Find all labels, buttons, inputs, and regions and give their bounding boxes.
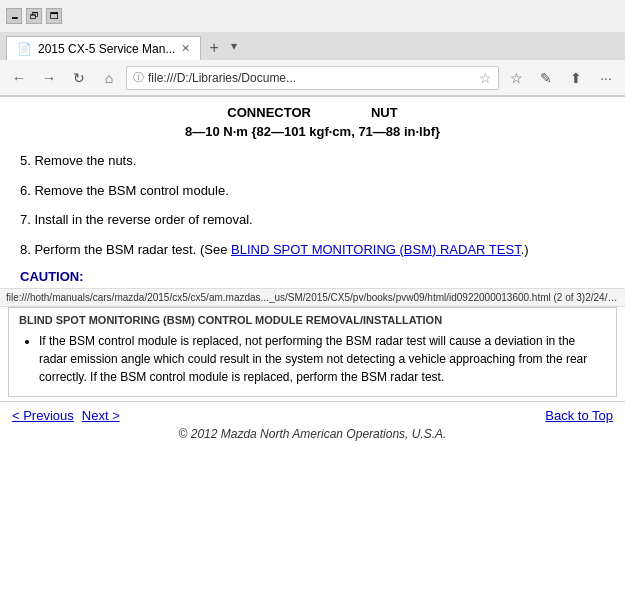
- home-button[interactable]: ⌂: [96, 65, 122, 91]
- nut-label: NUT: [371, 105, 398, 120]
- copyright: © 2012 Mazda North American Operations, …: [0, 425, 625, 445]
- reading-view-button[interactable]: ☆: [503, 65, 529, 91]
- caution-box-content: If the BSM control module is replaced, n…: [19, 332, 606, 386]
- status-bar: file:///hoth/manuals/cars/mazda/2015/cx5…: [0, 288, 625, 307]
- tab-close-button[interactable]: ✕: [181, 42, 190, 55]
- browser-chrome: 🗕 🗗 🗖 📄 2015 CX-5 Service Man... ✕ + ▾ ←…: [0, 0, 625, 97]
- step-7: 7. Install in the reverse order of remov…: [20, 210, 605, 230]
- step-8-text-after: .): [521, 242, 529, 257]
- restore-button[interactable]: 🗗: [26, 8, 42, 24]
- caution-item-1: If the BSM control module is replaced, n…: [39, 332, 606, 386]
- previous-link[interactable]: < Previous: [12, 408, 74, 423]
- page-content: CONNECTOR NUT 8—10 N·m {82—101 kgf·cm, 7…: [0, 97, 625, 445]
- maximize-button[interactable]: 🗖: [46, 8, 62, 24]
- title-bar: 🗕 🗗 🗖: [0, 0, 625, 32]
- tab-dropdown-button[interactable]: ▾: [227, 39, 241, 53]
- pen-button[interactable]: ✎: [533, 65, 559, 91]
- forward-button[interactable]: →: [36, 65, 62, 91]
- security-icon: ⓘ: [133, 70, 144, 85]
- more-button[interactable]: ···: [593, 65, 619, 91]
- step-8: 8. Perform the BSM radar test. (See BLIN…: [20, 240, 605, 260]
- caution-box-title: BLIND SPOT MONITORING (BSM) CONTROL MODU…: [19, 314, 606, 326]
- page-footer: < Previous Next > Back to Top: [0, 401, 625, 425]
- back-button[interactable]: ←: [6, 65, 32, 91]
- window-controls: 🗕 🗗 🗖: [6, 8, 62, 24]
- address-bar[interactable]: ⓘ file:///D:/Libraries/Docume... ☆: [126, 66, 499, 90]
- step-8-text: 8. Perform the BSM radar test. (See: [20, 242, 231, 257]
- step-6-text: 6. Remove the BSM control module.: [20, 183, 229, 198]
- torque-spec: 8—10 N·m {82—101 kgf·cm, 71—88 in·lbf}: [20, 124, 605, 139]
- active-tab[interactable]: 📄 2015 CX-5 Service Man... ✕: [6, 36, 201, 60]
- connector-label: CONNECTOR: [227, 105, 311, 120]
- tab-title: 2015 CX-5 Service Man...: [38, 42, 175, 56]
- next-link[interactable]: Next >: [82, 408, 120, 423]
- minimize-button[interactable]: 🗕: [6, 8, 22, 24]
- back-to-top-link[interactable]: Back to Top: [545, 408, 613, 423]
- step-6: 6. Remove the BSM control module.: [20, 181, 605, 201]
- tab-bar: 📄 2015 CX-5 Service Man... ✕ + ▾: [0, 32, 625, 60]
- tab-favicon: 📄: [17, 42, 32, 56]
- bsm-radar-test-link[interactable]: BLIND SPOT MONITORING (BSM) RADAR TEST: [231, 242, 521, 257]
- caution-list: If the BSM control module is replaced, n…: [39, 332, 606, 386]
- caution-box: BLIND SPOT MONITORING (BSM) CONTROL MODU…: [8, 307, 617, 397]
- nav-links: < Previous Next >: [12, 408, 120, 423]
- header-row: CONNECTOR NUT: [20, 105, 605, 120]
- new-tab-button[interactable]: +: [201, 36, 226, 60]
- step-7-text: 7. Install in the reverse order of remov…: [20, 212, 253, 227]
- step-5: 5. Remove the nuts.: [20, 151, 605, 171]
- share-button[interactable]: ⬆: [563, 65, 589, 91]
- steps-list: 5. Remove the nuts. 6. Remove the BSM co…: [20, 151, 605, 259]
- caution-label: CAUTION:: [20, 269, 605, 284]
- reload-button[interactable]: ↻: [66, 65, 92, 91]
- address-text: file:///D:/Libraries/Docume...: [148, 71, 475, 85]
- content-area: CONNECTOR NUT 8—10 N·m {82—101 kgf·cm, 7…: [0, 97, 625, 288]
- nav-bar: ← → ↻ ⌂ ⓘ file:///D:/Libraries/Docume...…: [0, 60, 625, 96]
- bookmark-star-icon[interactable]: ☆: [479, 70, 492, 86]
- step-5-text: 5. Remove the nuts.: [20, 153, 136, 168]
